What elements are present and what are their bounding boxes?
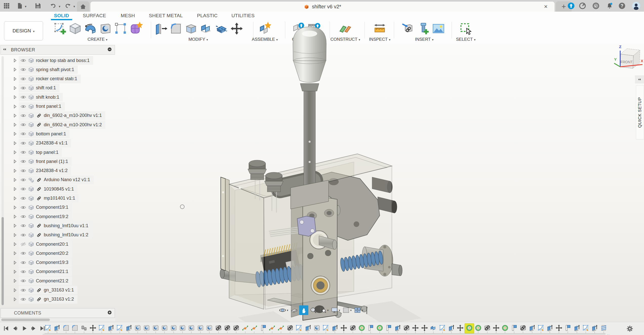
browser-item[interactable]: din_6902-a_m10-200hv v1:2 xyxy=(12,120,105,129)
component-label[interactable]: Component19:1 xyxy=(36,205,68,210)
timeline-op-hole-icon[interactable] xyxy=(152,324,159,332)
timeline-op-move-icon[interactable] xyxy=(89,324,97,332)
expand-arrow-icon[interactable] xyxy=(12,122,18,128)
configuration-button[interactable] xyxy=(292,22,306,35)
expand-arrow-icon[interactable] xyxy=(12,113,18,119)
browser-item[interactable]: 10190845 v1:1 xyxy=(12,185,77,193)
undo-caret-icon[interactable]: ▾ xyxy=(59,5,61,8)
timeline-op-sketch-icon[interactable] xyxy=(322,324,330,332)
expand-arrow-icon[interactable] xyxy=(12,296,18,302)
timeline-op-joint-icon[interactable] xyxy=(242,324,249,332)
expand-arrow-icon[interactable] xyxy=(12,232,18,238)
browser-minimize-icon[interactable] xyxy=(107,47,112,53)
component-label[interactable]: rocker central stab:1 xyxy=(36,76,77,81)
redo-caret-icon[interactable]: ▾ xyxy=(73,5,75,8)
timeline-play-button[interactable] xyxy=(21,325,28,332)
ribbon-tab-sheet-metal[interactable]: SHEET METAL xyxy=(149,12,183,20)
component-label[interactable]: shift rod:1 xyxy=(36,85,56,91)
visibility-eye-icon[interactable] xyxy=(20,232,26,238)
ribbon-group-label-modify[interactable]: MODIFY xyxy=(188,37,208,42)
timeline-op-fillet-icon[interactable] xyxy=(71,324,79,332)
visibility-eye-icon[interactable] xyxy=(20,103,26,110)
browser-item[interactable]: rocker central stab:1 xyxy=(12,75,81,83)
timeline-op-sketch-icon[interactable] xyxy=(439,324,446,332)
timeline-op-combine-icon[interactable] xyxy=(430,324,437,332)
browser-item[interactable]: Component19:1 xyxy=(12,203,72,212)
app-grid-icon[interactable] xyxy=(3,2,10,9)
offset-plane-button[interactable] xyxy=(338,22,352,35)
expand-arrow-icon[interactable] xyxy=(12,103,18,110)
component-label[interactable]: Component21:1 xyxy=(36,269,68,274)
timeline-op-move-icon[interactable] xyxy=(456,324,464,332)
expand-arrow-icon[interactable] xyxy=(12,94,18,100)
timeline-op-extrude-icon[interactable] xyxy=(304,324,312,332)
timeline-op-jointG-icon[interactable] xyxy=(376,324,384,332)
visibility-eye-icon[interactable] xyxy=(20,177,26,183)
timeline-op-move-icon[interactable] xyxy=(492,324,500,332)
redo-icon[interactable] xyxy=(64,2,71,9)
hole-button[interactable] xyxy=(99,22,112,35)
home-view-button[interactable] xyxy=(77,1,89,12)
pan-button[interactable] xyxy=(299,305,308,315)
component-label[interactable]: Arduino Nano v12 v1:1 xyxy=(44,177,90,182)
grid-layout-button[interactable]: ▾ xyxy=(341,305,353,315)
expand-arrow-icon[interactable] xyxy=(12,149,18,155)
timeline-step-back-button[interactable] xyxy=(12,325,18,332)
visibility-eye-icon[interactable] xyxy=(20,122,26,128)
component-label[interactable]: front panel (1):1 xyxy=(36,159,68,164)
browser-item[interactable]: Component19:2 xyxy=(12,212,72,221)
insert-derive-button[interactable] xyxy=(401,22,415,35)
job-status-icon[interactable] xyxy=(579,2,586,10)
measure-button[interactable] xyxy=(373,22,387,35)
ribbon-group-label-assemble[interactable]: ASSEMBLE xyxy=(252,37,278,42)
browser-item[interactable]: shift knob:1 xyxy=(12,93,63,101)
component-label[interactable]: Component19:3 xyxy=(36,260,68,265)
browser-item[interactable]: front panel:1 xyxy=(12,102,65,111)
timeline-op-hole-icon[interactable] xyxy=(206,324,213,332)
timeline-op-sketch-icon[interactable] xyxy=(582,324,590,332)
orbit-button[interactable]: ▾ xyxy=(278,305,289,315)
visibility-eye-icon[interactable] xyxy=(20,140,26,146)
timeline-op-link-icon[interactable] xyxy=(232,324,240,332)
file-menu-icon[interactable] xyxy=(16,2,23,9)
component-label[interactable]: Component20:1 xyxy=(36,242,68,247)
component-label[interactable]: gn_33163 v1:1 xyxy=(44,287,74,293)
timeline-settings-gear-icon[interactable] xyxy=(626,325,634,332)
timeline-op-move-icon[interactable] xyxy=(340,324,348,332)
notifications-bell-icon[interactable] xyxy=(606,2,613,10)
split-body-button[interactable] xyxy=(215,22,228,35)
fillet-button[interactable] xyxy=(169,22,183,35)
press-pull-button[interactable] xyxy=(154,22,168,35)
configuration-table-button[interactable] xyxy=(307,22,321,35)
expand-arrow-icon[interactable] xyxy=(12,278,18,284)
visibility-eye-icon[interactable] xyxy=(20,168,26,174)
collapse-right-panel-button[interactable] xyxy=(635,75,644,83)
ribbon-tab-utilities[interactable]: UTILITIES xyxy=(231,12,254,20)
timeline-op-sketch-icon[interactable] xyxy=(295,324,303,332)
timeline-op-link-icon[interactable] xyxy=(215,324,222,332)
browser-item[interactable]: Component19:3 xyxy=(12,258,72,267)
file-menu-caret-icon[interactable]: ▾ xyxy=(25,5,27,8)
extrude-button[interactable] xyxy=(68,22,82,35)
timeline-op-flag-icon[interactable] xyxy=(385,324,392,332)
canvas-button[interactable] xyxy=(432,22,445,35)
timeline-op-hole-icon[interactable] xyxy=(134,324,142,332)
revolve-button[interactable] xyxy=(84,22,97,35)
expand-arrow-icon[interactable] xyxy=(12,85,18,91)
timeline-op-move-icon[interactable] xyxy=(421,324,428,332)
browser-scrollbar-thumb[interactable] xyxy=(2,217,4,305)
viewcube[interactable]: FRONT Z Y X xyxy=(614,45,644,78)
expand-arrow-icon[interactable] xyxy=(12,223,18,229)
timeline-op-fillet-icon[interactable] xyxy=(62,324,70,332)
expand-arrow-icon[interactable] xyxy=(12,186,18,192)
browser-item[interactable]: Component21:2 xyxy=(12,277,72,285)
timeline-op-joint-icon[interactable] xyxy=(277,324,285,332)
component-label[interactable]: bottom panel:1 xyxy=(36,131,66,137)
display-settings-button[interactable]: ▾ xyxy=(330,305,341,315)
look-at-button[interactable] xyxy=(290,305,299,315)
browser-vertical-scrollbar[interactable] xyxy=(2,56,4,306)
move-copy-button[interactable] xyxy=(230,22,244,35)
timeline-op-hole-icon[interactable] xyxy=(161,324,168,332)
expand-arrow-icon[interactable] xyxy=(12,287,18,293)
timeline-op-link-icon[interactable] xyxy=(484,324,491,332)
